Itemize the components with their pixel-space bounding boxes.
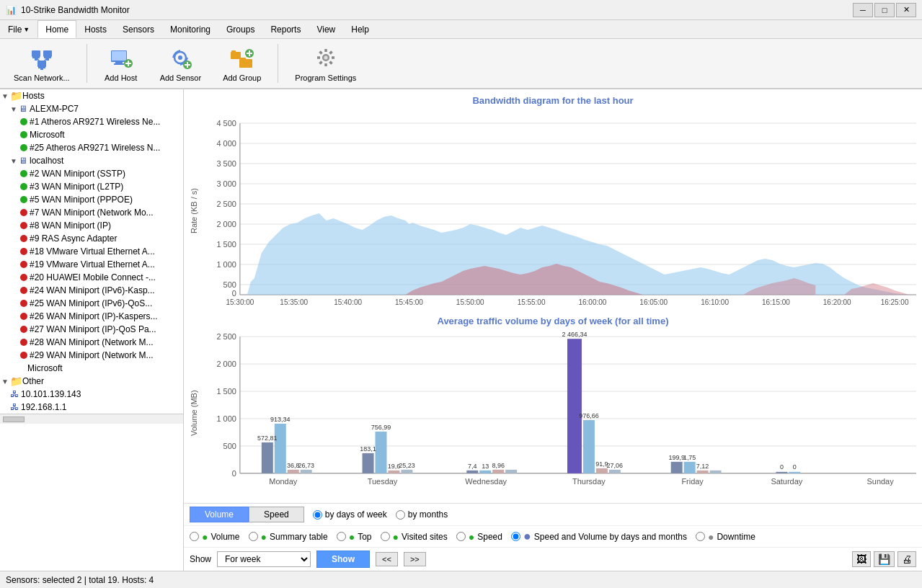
menu-reports[interactable]: Reports <box>262 20 309 38</box>
main-layout: ▼ 📁 Hosts ▼ 🖥 ALEXM-PC7 #1 Atheros AR927… <box>0 89 922 571</box>
svg-text:Wednesday: Wednesday <box>465 477 507 486</box>
report-options: ● Volume ● Summary table ● Top ● Visited… <box>184 525 922 547</box>
sidebar-item-huawei20[interactable]: #20 HUAWEI Mobile Connect -... <box>0 271 183 284</box>
add-sensor-button[interactable]: Add Sensor <box>152 41 209 86</box>
opt-top[interactable]: ● Top <box>337 531 372 543</box>
sidebar-item-microsoft1[interactable]: Microsoft <box>0 128 183 141</box>
other-label: Other <box>22 376 44 386</box>
sidebar-item-wan7[interactable]: #7 WAN Miniport (Network Mo... <box>0 206 183 219</box>
opt-volume[interactable]: ● Volume <box>190 531 240 543</box>
svg-rect-104 <box>492 470 504 473</box>
menu-help[interactable]: Help <box>343 20 377 38</box>
program-settings-button[interactable]: Program Settings <box>287 41 364 86</box>
show-select[interactable]: For week <box>217 551 311 567</box>
radio-by-days[interactable]: by days of week <box>313 509 387 520</box>
bandwidth-y-axis-label: Rate (KB / s) <box>190 109 204 313</box>
menu-file[interactable]: File ▼ <box>0 20 37 38</box>
svg-rect-128 <box>789 472 800 473</box>
sidebar-item-wan28[interactable]: #28 WAN Miniport (Network M... <box>0 336 183 349</box>
svg-point-32 <box>324 56 327 60</box>
status-dot-r9 <box>20 313 27 320</box>
status-dot-r6 <box>20 274 27 281</box>
opt-downtime[interactable]: ● Downtime <box>696 531 755 543</box>
sidebar-item-wan2[interactable]: #2 WAN Miniport (SSTP) <box>0 167 183 180</box>
traffic-chart-section: Average traffic volume by days of week (… <box>184 313 922 503</box>
status-dot-r5 <box>20 261 27 268</box>
computer-icon-localhost: 🖥 <box>19 156 27 166</box>
sidebar-item-wan5[interactable]: #5 WAN Miniport (PPPOE) <box>0 193 183 206</box>
svg-text:Monday: Monday <box>269 477 298 486</box>
nav-back-button[interactable]: << <box>376 552 398 566</box>
show-button[interactable]: Show <box>316 551 370 568</box>
program-settings-label: Program Settings <box>295 74 356 82</box>
svg-rect-94 <box>376 432 387 473</box>
minimize-button[interactable]: ─ <box>853 3 873 17</box>
sidebar-item-wan26[interactable]: #26 WAN Miniport (IP)-Kaspers... <box>0 310 183 323</box>
svg-text:Tuesday: Tuesday <box>368 477 398 486</box>
svg-text:913,34: 913,34 <box>270 416 290 423</box>
add-host-label: Add Host <box>105 74 137 82</box>
svg-rect-25 <box>239 59 252 68</box>
export-image-button[interactable]: 🖼 <box>852 551 871 567</box>
opt-speed[interactable]: ● Speed <box>456 531 502 543</box>
svg-text:27,06: 27,06 <box>607 462 623 469</box>
sidebar-localhost[interactable]: ▼ 🖥 localhost <box>0 154 183 167</box>
tab-volume[interactable]: Volume <box>190 507 249 522</box>
sidebar-item-microsoft2[interactable]: Microsoft <box>0 362 183 375</box>
menu-sensors[interactable]: Sensors <box>115 20 162 38</box>
menu-monitoring[interactable]: Monitoring <box>162 20 218 38</box>
sidebar-item-atheros25[interactable]: #25 Atheros AR9271 Wireless N... <box>0 141 183 154</box>
status-dot-r12 <box>20 352 27 359</box>
svg-text:15:30:00: 15:30:00 <box>226 298 254 306</box>
svg-text:500: 500 <box>223 280 236 289</box>
maximize-button[interactable]: □ <box>874 3 895 17</box>
svg-rect-122 <box>710 471 722 473</box>
svg-rect-93 <box>363 453 374 473</box>
svg-text:4 500: 4 500 <box>216 119 236 128</box>
sidebar-item-atheros1[interactable]: #1 Atheros AR9271 Wireless Ne... <box>0 115 183 128</box>
sidebar-alexm-pc7[interactable]: ▼ 🖥 ALEXM-PC7 <box>0 102 183 115</box>
svg-rect-0 <box>32 50 40 57</box>
sidebar-item-vmware19[interactable]: #19 VMware Virtual Ethernet A... <box>0 258 183 271</box>
svg-text:2 000: 2 000 <box>216 360 236 368</box>
status-dot-r2 <box>20 222 27 229</box>
scan-network-button[interactable]: Scan Network... <box>6 41 78 86</box>
add-group-button[interactable]: Add Group <box>215 41 269 86</box>
sidebar-item-wan27[interactable]: #27 WAN Miniport (IP)-QoS Pa... <box>0 323 183 336</box>
radio-by-months[interactable]: by months <box>396 509 448 520</box>
sidebar-hosts-root[interactable]: ▼ 📁 Hosts <box>0 89 183 102</box>
export-print-button[interactable]: 🖨 <box>897 551 916 567</box>
close-button[interactable]: ✕ <box>896 3 916 17</box>
svg-text:16:05:00: 16:05:00 <box>639 298 668 306</box>
svg-text:Thursday: Thursday <box>572 477 606 486</box>
sidebar-item-vmware18[interactable]: #18 VMware Virtual Ethernet A... <box>0 245 183 258</box>
add-group-icon <box>229 45 255 71</box>
status-dot-r8 <box>20 300 27 307</box>
tab-speed[interactable]: Speed <box>249 507 304 522</box>
menu-view[interactable]: View <box>309 20 343 38</box>
menu-home[interactable]: Home <box>37 20 76 38</box>
sidebar-item-ip1[interactable]: 🖧 10.101.139.143 <box>0 388 183 401</box>
svg-text:8,96: 8,96 <box>492 462 504 469</box>
sidebar-item-ras9[interactable]: #9 RAS Async Adapter <box>0 232 183 245</box>
opt-speed-volume[interactable]: ● Speed and Volume by days and months <box>511 529 687 544</box>
opt-visited[interactable]: ● Visited sites <box>381 531 448 543</box>
status-dot-r7 <box>20 287 27 294</box>
sidebar-item-wan24[interactable]: #24 WAN Miniport (IPv6)-Kasp... <box>0 284 183 297</box>
nav-fwd-button[interactable]: >> <box>404 552 426 566</box>
menu-hosts[interactable]: Hosts <box>76 20 115 38</box>
sidebar-item-wan8[interactable]: #8 WAN Miniport (IP) <box>0 219 183 232</box>
sidebar-other-root[interactable]: ▼ 📁 Other <box>0 375 183 388</box>
menu-groups[interactable]: Groups <box>218 20 262 38</box>
svg-rect-12 <box>112 51 126 61</box>
sidebar-item-wan3[interactable]: #3 WAN Miniport (L2TP) <box>0 180 183 193</box>
sidebar-item-ip2[interactable]: 🖧 192.168.1.1 <box>0 401 183 414</box>
svg-text:25,23: 25,23 <box>399 462 415 469</box>
sidebar-scrollbar[interactable] <box>0 414 183 424</box>
sidebar-item-wan29[interactable]: #29 WAN Miniport (Network M... <box>0 349 183 362</box>
export-save-button[interactable]: 💾 <box>874 551 895 567</box>
svg-rect-85 <box>275 424 286 473</box>
add-host-button[interactable]: Add Host <box>96 41 146 86</box>
sidebar-item-wan25[interactable]: #25 WAN Miniport (IPv6)-QoS... <box>0 297 183 310</box>
opt-summary[interactable]: ● Summary table <box>249 531 328 543</box>
